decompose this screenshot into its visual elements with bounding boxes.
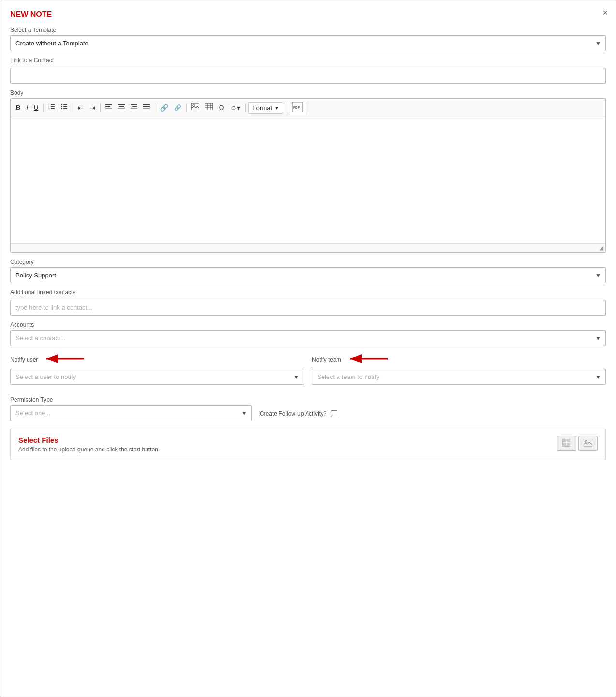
editor-toolbar: B I U 1.2.3. ⇤ ⇥ — [11, 99, 605, 117]
file-buttons — [557, 436, 598, 451]
svg-rect-19 — [132, 106, 137, 107]
editor-content-area[interactable] — [11, 117, 605, 243]
svg-rect-14 — [105, 108, 112, 109]
notify-team-label: Notify team — [312, 356, 341, 363]
svg-rect-18 — [131, 104, 137, 105]
svg-text:PDF: PDF — [293, 106, 300, 109]
svg-rect-23 — [143, 108, 150, 109]
unlink-button[interactable]: 🔗 — [172, 103, 184, 113]
svg-rect-12 — [105, 104, 112, 105]
notify-team-select-wrapper: Select a team to notify ▼ — [312, 369, 606, 385]
table-button[interactable] — [203, 102, 215, 114]
divider-5 — [186, 103, 187, 112]
notify-team-label-row: Notify team — [312, 352, 606, 367]
unordered-list-button[interactable] — [59, 102, 70, 114]
editor-resize-handle: ◢ — [11, 243, 605, 252]
divider-6 — [245, 103, 246, 112]
followup-checkbox[interactable] — [331, 410, 337, 417]
svg-point-10 — [61, 106, 62, 107]
permission-select[interactable]: Select one... — [10, 405, 252, 421]
underline-button[interactable]: U — [31, 102, 41, 113]
accounts-label: Accounts — [10, 321, 606, 328]
format-label: Format — [252, 104, 272, 112]
link-contact-input[interactable] — [10, 68, 606, 84]
file-list-view-button[interactable] — [557, 436, 576, 451]
select-files-description: Add files to the upload queue and click … — [18, 446, 160, 453]
svg-rect-2 — [51, 108, 55, 109]
divider-4 — [155, 103, 155, 112]
svg-rect-41 — [567, 443, 570, 446]
modal-title: NEW NOTE — [10, 10, 606, 19]
notify-team-arrow-icon — [345, 352, 389, 367]
permission-select-wrapper: Select one... ▼ — [10, 405, 252, 421]
additional-contacts-label: Additional linked contacts — [10, 289, 606, 296]
align-center-button[interactable] — [116, 102, 127, 114]
divider-1 — [43, 103, 44, 112]
svg-rect-40 — [563, 443, 566, 446]
svg-point-9 — [61, 104, 62, 105]
bold-button[interactable]: B — [14, 102, 23, 113]
svg-rect-42 — [584, 439, 592, 447]
link-button[interactable]: 🔗 — [158, 102, 171, 114]
svg-rect-16 — [119, 106, 124, 107]
svg-rect-6 — [63, 104, 67, 105]
svg-text:3.: 3. — [48, 107, 50, 110]
category-select[interactable]: Policy Support — [10, 267, 606, 283]
resize-icon: ◢ — [599, 245, 603, 251]
omega-button[interactable]: Ω — [216, 102, 226, 114]
followup-col: Create Follow-up Activity? — [260, 410, 606, 421]
notify-user-label: Notify user — [10, 356, 38, 363]
permission-label: Permission Type — [10, 396, 252, 403]
align-right-button[interactable] — [128, 102, 140, 114]
divider-7 — [286, 103, 286, 112]
select-files-section: Select Files Add files to the upload que… — [10, 429, 606, 460]
justify-button[interactable] — [141, 102, 152, 114]
notify-user-arrow-icon — [42, 352, 85, 367]
svg-rect-7 — [63, 106, 67, 107]
svg-point-43 — [585, 440, 587, 442]
permission-col: Permission Type Select one... ▼ — [10, 391, 252, 421]
svg-rect-13 — [105, 106, 110, 107]
notify-user-label-row: Notify user — [10, 352, 304, 367]
file-image-view-button[interactable] — [578, 436, 598, 451]
category-label: Category — [10, 259, 606, 265]
svg-rect-15 — [118, 104, 125, 105]
divider-2 — [73, 103, 73, 112]
notify-user-col: Notify user Select a user to not — [10, 352, 304, 385]
close-button[interactable]: × — [602, 8, 608, 17]
category-select-wrapper: Policy Support ▼ — [10, 267, 606, 283]
link-contact-label: Link to a Contact — [10, 57, 606, 64]
template-select[interactable]: Create without a Template — [10, 35, 606, 51]
emoji-button[interactable]: ☺▾ — [228, 102, 243, 114]
notify-team-col: Notify team Select a team to not — [312, 352, 606, 385]
image-button[interactable] — [189, 102, 202, 114]
align-left-button[interactable] — [103, 102, 115, 114]
followup-label: Create Follow-up Activity? — [260, 410, 327, 417]
select-files-title: Select Files — [18, 436, 160, 444]
template-select-wrapper: Create without a Template ▼ — [10, 35, 606, 51]
italic-button[interactable]: I — [24, 102, 30, 113]
svg-point-25 — [193, 104, 195, 106]
indent-decrease-button[interactable]: ⇤ — [75, 102, 86, 114]
notify-row: Notify user Select a user to not — [10, 352, 606, 385]
format-dropdown-button[interactable]: Format ▼ — [248, 102, 283, 114]
accounts-select-wrapper: Select a contact... ▼ — [10, 330, 606, 346]
body-label: Body — [10, 89, 606, 96]
notify-team-select[interactable]: Select a team to notify — [312, 369, 606, 385]
accounts-select[interactable]: Select a contact... — [10, 330, 606, 346]
svg-rect-8 — [63, 108, 67, 109]
svg-rect-0 — [51, 104, 55, 105]
permission-row: Permission Type Select one... ▼ Create F… — [10, 391, 606, 421]
svg-rect-20 — [131, 108, 137, 109]
template-label: Select a Template — [10, 27, 606, 33]
new-note-modal: NEW NOTE × Select a Template Create with… — [0, 0, 616, 697]
select-files-content: Select Files Add files to the upload que… — [18, 436, 160, 453]
format-arrow-icon: ▼ — [274, 105, 279, 111]
notify-user-select[interactable]: Select a user to notify — [10, 369, 304, 385]
pdf-button[interactable]: PDF — [289, 101, 306, 115]
ordered-list-button[interactable]: 1.2.3. — [46, 102, 58, 114]
svg-rect-17 — [118, 108, 125, 109]
additional-contacts-input[interactable] — [10, 300, 606, 316]
indent-increase-button[interactable]: ⇥ — [87, 102, 98, 114]
svg-point-11 — [61, 108, 62, 109]
